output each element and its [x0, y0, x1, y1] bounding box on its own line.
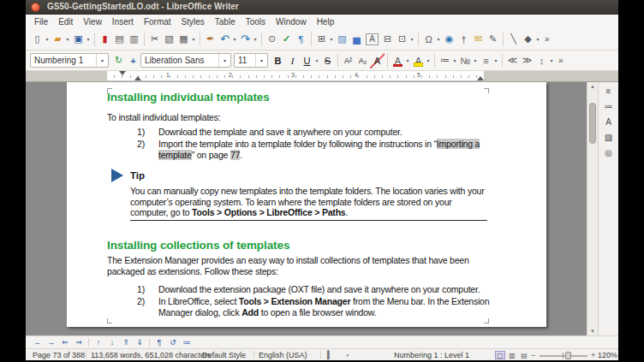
scroll-down-icon[interactable]: ▼	[587, 329, 598, 334]
copy-button[interactable]: ▧	[162, 32, 176, 47]
page-break-button[interactable]: ⊟	[380, 32, 395, 47]
bold-button[interactable]: B	[271, 53, 285, 68]
move-up-button[interactable]: ↑	[92, 337, 105, 347]
dropdown-caret-icon[interactable]: ▾	[190, 36, 197, 42]
special-character-button[interactable]: Ω	[421, 32, 436, 47]
strikethrough-button[interactable]: S	[320, 53, 335, 68]
underline-button[interactable]: U	[300, 53, 314, 68]
insert-field-button[interactable]: ⊡	[395, 32, 409, 47]
window-close-button[interactable]	[31, 3, 40, 12]
basic-shapes-button[interactable]: ◆	[521, 32, 535, 47]
insert-textbox-button[interactable]: A	[366, 33, 379, 45]
font-name-combo[interactable]: Liberation Sans ▾	[140, 53, 231, 68]
document-page[interactable]: Installing individual templates To insta…	[67, 82, 546, 327]
dropdown-caret-icon[interactable]: ▾	[404, 57, 411, 63]
promote-with-subpoints-button[interactable]: ⇐	[58, 337, 72, 347]
sidebar-settings-icon[interactable]: ≡	[601, 85, 617, 98]
undo-button[interactable]: ↶	[218, 32, 232, 47]
move-down-with-subpoints-button[interactable]: ⇓	[133, 337, 146, 347]
numbered-list-button[interactable]: №	[458, 53, 473, 68]
dropdown-caret-icon[interactable]: ▾	[451, 57, 458, 63]
multi-page-view-button[interactable]: ▥	[507, 351, 517, 359]
print-preview-button[interactable]: ▥	[127, 32, 141, 47]
zoom-level-value[interactable]: 120%	[598, 351, 617, 359]
dropdown-caret-icon[interactable]: ▾	[435, 36, 442, 42]
dropdown-caret-icon[interactable]: ▾	[472, 57, 479, 63]
menu-window[interactable]: Window	[271, 16, 312, 27]
insert-unnumbered-entry-button[interactable]: ¶	[152, 337, 166, 347]
sidebar-properties-icon[interactable]: ≔	[601, 100, 617, 113]
insert-table-button[interactable]: ⊞	[314, 32, 329, 47]
line-spacing-button[interactable]: ↕	[534, 53, 549, 68]
insert-hyperlink-button[interactable]: ◉	[442, 32, 456, 47]
insert-footnote-button[interactable]: †	[456, 32, 471, 47]
find-replace-button[interactable]: ⊙	[265, 32, 279, 47]
font-size-combo[interactable]: 11 ▾	[234, 53, 268, 68]
dropdown-caret-icon[interactable]: ▾	[64, 36, 71, 42]
scroll-up-icon[interactable]: ▲	[587, 84, 598, 89]
menu-help[interactable]: Help	[312, 16, 340, 27]
right-indent-marker[interactable]	[477, 76, 484, 80]
bullet-list-button[interactable]: ≔	[438, 53, 452, 68]
demote-outline-level-button[interactable]: →	[45, 337, 58, 347]
selection-mode-icon[interactable]: ▍	[327, 351, 333, 359]
clear-formatting-button[interactable]: A	[370, 53, 385, 68]
book-view-button[interactable]: ▤	[519, 351, 529, 359]
insert-chart-button[interactable]: ▅	[349, 32, 364, 47]
bullets-and-numbering-button[interactable]: ≔	[180, 337, 194, 347]
open-button[interactable]: ▰	[51, 32, 65, 47]
combo-caret-icon[interactable]: ▾	[255, 54, 267, 67]
zoom-slider-track[interactable]	[540, 355, 587, 357]
document-modified-icon[interactable]: ▪	[346, 351, 349, 359]
dropdown-caret-icon[interactable]: ▾	[492, 57, 499, 63]
page-number-field[interactable]: 77	[230, 150, 240, 160]
cut-button[interactable]: ✂	[147, 32, 162, 47]
subscript-button[interactable]: A₂	[355, 53, 370, 68]
menu-file[interactable]: File	[29, 16, 53, 27]
menu-insert[interactable]: Insert	[107, 16, 139, 27]
redo-button[interactable]: ↷	[238, 32, 253, 47]
menu-table[interactable]: Table	[210, 16, 241, 27]
menu-view[interactable]: View	[78, 16, 107, 27]
dropdown-caret-icon[interactable]: ▾	[313, 57, 320, 63]
menu-format[interactable]: Format	[139, 16, 176, 27]
dropdown-caret-icon[interactable]: ▾	[252, 36, 259, 42]
demote-with-subpoints-button[interactable]: ⇒	[72, 337, 86, 347]
highlight-color-button[interactable]: A	[411, 53, 426, 68]
status-page-style[interactable]: Default Style	[202, 351, 246, 359]
horizontal-ruler[interactable]: 1 2 3 4 5	[26, 71, 618, 82]
clone-formatting-button[interactable]: ✒	[203, 32, 218, 47]
italic-button[interactable]: I	[285, 53, 300, 68]
move-down-button[interactable]: ↓	[105, 337, 119, 347]
export-pdf-button[interactable]: ▮	[98, 32, 112, 47]
insert-comment-button[interactable]: ✉	[471, 32, 486, 47]
print-button[interactable]: ▤	[112, 32, 127, 47]
document-canvas[interactable]: Installing individual templates To insta…	[26, 82, 618, 335]
paste-button[interactable]: ▦	[176, 32, 191, 47]
zoom-out-button[interactable]: −	[531, 351, 535, 359]
status-page-count[interactable]: Page 73 of 388	[33, 351, 85, 359]
status-language[interactable]: English (USA)	[259, 351, 307, 359]
new-style-button[interactable]: +	[126, 53, 140, 68]
dropdown-caret-icon[interactable]: ▾	[425, 57, 432, 63]
menu-tools[interactable]: Tools	[241, 16, 271, 27]
zoom-in-button[interactable]: +	[591, 351, 595, 359]
move-up-with-subpoints-button[interactable]: ⇑	[119, 337, 133, 347]
outline-list-button[interactable]: ≡	[479, 53, 493, 68]
status-word-count[interactable]: 113,658 words, 651,028 characters	[91, 351, 211, 359]
insert-image-button[interactable]: ▨	[335, 32, 349, 47]
sidebar-styles-icon[interactable]: A	[601, 116, 617, 128]
paragraph-style-combo[interactable]: Numbering 1 ▾	[30, 53, 109, 68]
dropdown-caret-icon[interactable]: ▾	[328, 36, 335, 42]
dropdown-caret-icon[interactable]: ▾	[231, 36, 238, 42]
font-color-button[interactable]: A	[391, 53, 405, 68]
dropdown-caret-icon[interactable]: ▾	[408, 36, 415, 42]
zoom-slider-knob[interactable]	[565, 352, 571, 359]
vertical-scrollbar[interactable]: ▲ ▼	[587, 82, 598, 335]
update-style-button[interactable]: ↻	[111, 53, 126, 68]
first-line-indent-marker[interactable]	[119, 71, 126, 75]
single-page-view-button[interactable]: ▢	[495, 351, 505, 359]
decrease-indent-button[interactable]: ≪	[505, 53, 520, 68]
combo-caret-icon[interactable]: ▾	[218, 54, 230, 67]
track-changes-button[interactable]: ✎	[486, 32, 500, 47]
